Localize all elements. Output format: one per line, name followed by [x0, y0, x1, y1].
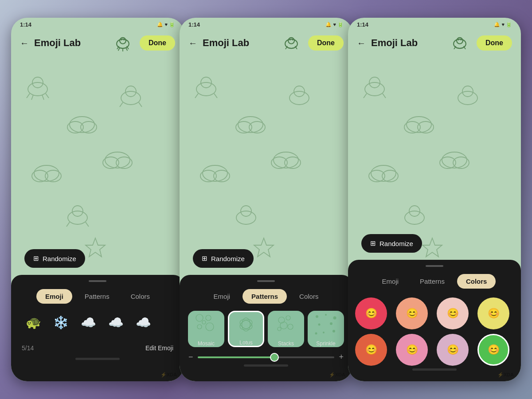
- back-button-1[interactable]: ←: [20, 38, 29, 48]
- randomize-label-1: Randomize: [43, 255, 76, 262]
- tab-patterns-1[interactable]: Patterns: [76, 289, 118, 304]
- emoji-item-2[interactable]: ☁️: [77, 311, 100, 334]
- tab-emoji-3[interactable]: Emoji: [373, 274, 408, 289]
- mosaic-svg: [193, 311, 219, 338]
- svg-point-73: [323, 332, 325, 333]
- slider-plus-icon[interactable]: +: [339, 352, 344, 362]
- back-button-3[interactable]: ←: [357, 38, 366, 48]
- randomize-icon-1: ⊞: [33, 254, 39, 262]
- turtle-icon-1: [111, 31, 134, 55]
- svg-point-28: [68, 211, 87, 224]
- color-pink[interactable]: 😊: [396, 334, 428, 366]
- randomize-button-2[interactable]: ⊞ Randomize: [193, 249, 254, 268]
- tab-colors-3[interactable]: Colors: [457, 274, 496, 289]
- pattern-mosaic[interactable]: Mosaic: [188, 311, 224, 347]
- tab-emoji-2[interactable]: Emoji: [205, 289, 239, 304]
- stacks-svg: [273, 311, 299, 338]
- tab-colors-2[interactable]: Colors: [290, 289, 327, 304]
- svg-line-20: [120, 102, 123, 107]
- status-icons-1: 🔔 ♥ 🔋: [157, 22, 175, 27]
- color-red[interactable]: 😊: [355, 297, 387, 329]
- panel-footer-1: 5/14 Edit Emoji: [11, 341, 184, 355]
- emoji-grid-1: 🐢 ❄️ ☁️ ☁️ ☁️: [11, 311, 184, 334]
- svg-point-1: [120, 38, 126, 44]
- emoji-item-3[interactable]: ☁️: [104, 311, 127, 334]
- svg-line-11: [27, 94, 30, 98]
- page-title-2: Emoji Lab: [203, 37, 274, 49]
- tab-row-3: Emoji Patterns Colors: [348, 274, 521, 289]
- svg-point-80: [458, 39, 459, 41]
- panel-handle-1: [89, 280, 106, 282]
- pattern-bg-svg-1: [11, 58, 184, 275]
- color-pink-light-emoji: 😊: [447, 308, 459, 319]
- randomize-area-2: ⊞ Randomize: [180, 249, 352, 275]
- svg-point-57: [197, 325, 202, 329]
- done-button-3[interactable]: Done: [477, 35, 512, 51]
- lotus-svg: [233, 312, 259, 337]
- svg-point-68: [316, 315, 318, 318]
- svg-point-74: [332, 330, 335, 332]
- tab-emoji-1[interactable]: Emoji: [36, 289, 72, 304]
- turtle-icon-3: [448, 31, 471, 55]
- pattern-bg-svg-2: [180, 58, 352, 275]
- pattern-lotus[interactable]: Lotus: [228, 311, 264, 347]
- pattern-sprinkle[interactable]: Sprinkle: [308, 311, 344, 347]
- svg-point-38: [196, 82, 216, 96]
- status-bar-2: 1:14 🔔 ♥ 🔋: [180, 18, 352, 30]
- svg-point-82: [365, 82, 384, 96]
- slider-track[interactable]: [198, 356, 335, 358]
- status-bar-3: 1:14 🔔 ♥ 🔋: [348, 18, 521, 30]
- color-orange[interactable]: 😊: [355, 334, 387, 366]
- page-title-3: Emoji Lab: [371, 37, 443, 49]
- page-title-1: Emoji Lab: [34, 37, 106, 49]
- bottom-panel-2: Emoji Patterns Colors Mosaic: [180, 275, 352, 381]
- bottom-panel-1: Emoji Patterns Colors 🐢 ❄️ ☁️ ☁️ ☁️ 5/14…: [11, 275, 184, 381]
- back-button-2[interactable]: ←: [188, 38, 197, 48]
- done-button-2[interactable]: Done: [308, 35, 344, 51]
- svg-line-13: [31, 95, 33, 100]
- svg-point-55: [196, 314, 203, 321]
- edit-emoji-button[interactable]: Edit Emoji: [145, 344, 173, 352]
- randomize-label-3: Randomize: [379, 240, 413, 247]
- color-green-emoji: 😊: [488, 344, 500, 356]
- emoji-item-4[interactable]: ☁️: [132, 311, 155, 334]
- color-green[interactable]: 😊: [477, 334, 509, 366]
- color-yellow[interactable]: 😊: [477, 297, 509, 329]
- slider-minus-icon[interactable]: −: [188, 352, 193, 362]
- slider-thumb[interactable]: [270, 353, 279, 362]
- background-pattern-2: ⊞ Randomize: [180, 58, 352, 275]
- svg-point-70: [333, 317, 336, 320]
- background-pattern-1: ⊞ Randomize: [11, 58, 184, 275]
- svg-point-9: [28, 82, 47, 96]
- color-peach[interactable]: 😊: [396, 297, 428, 329]
- color-red-emoji: 😊: [365, 308, 377, 319]
- pattern-stacks[interactable]: Stacks: [268, 311, 304, 347]
- tab-colors-1[interactable]: Colors: [122, 289, 159, 304]
- color-peach-emoji: 😊: [406, 308, 418, 319]
- tab-row-2: Emoji Patterns Colors: [180, 289, 352, 304]
- pattern-lotus-label: Lotus: [239, 340, 252, 346]
- svg-point-89: [458, 91, 477, 105]
- randomize-button-1[interactable]: ⊞ Randomize: [24, 249, 85, 268]
- tab-patterns-3[interactable]: Patterns: [411, 274, 454, 289]
- slider-fill: [198, 356, 273, 358]
- emoji-item-0[interactable]: 🐢: [22, 311, 45, 334]
- svg-point-64: [286, 316, 290, 320]
- randomize-icon-2: ⊞: [202, 254, 207, 262]
- svg-point-18: [121, 91, 141, 105]
- svg-point-37: [292, 39, 293, 41]
- color-lavender-emoji: 😊: [447, 344, 459, 356]
- svg-point-59: [202, 321, 206, 324]
- color-lavender[interactable]: 😊: [437, 334, 469, 366]
- svg-line-40: [195, 94, 198, 98]
- top-bar-3: ← Emoji Lab Done: [348, 30, 521, 58]
- done-button-1[interactable]: Done: [140, 35, 175, 51]
- color-pink-light[interactable]: 😊: [437, 297, 469, 329]
- emoji-item-1[interactable]: ❄️: [49, 311, 72, 334]
- phone-wrapper: 1:14 🔔 ♥ 🔋 ← Emoji Lab Done: [11, 18, 521, 381]
- tab-patterns-2[interactable]: Patterns: [243, 289, 287, 304]
- svg-line-41: [214, 94, 217, 98]
- svg-line-4: [118, 47, 120, 51]
- svg-point-71: [318, 324, 321, 326]
- randomize-button-3[interactable]: ⊞ Randomize: [361, 234, 422, 253]
